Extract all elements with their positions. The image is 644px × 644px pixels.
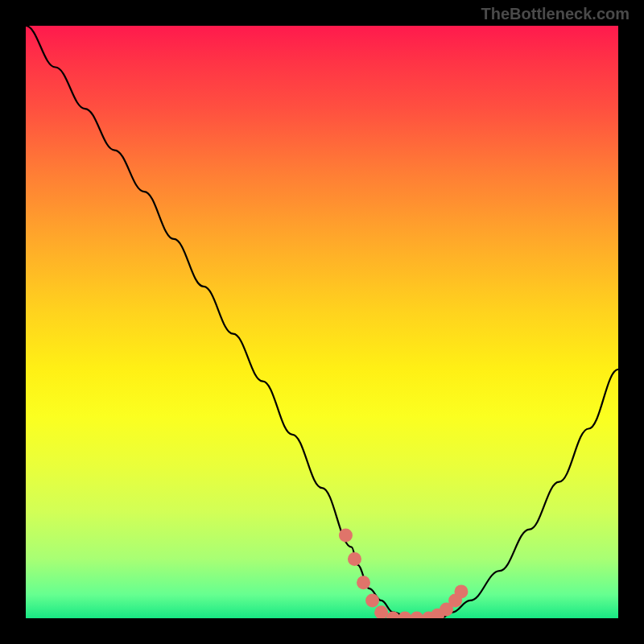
chart-svg — [26, 26, 618, 618]
highlight-dot — [398, 612, 412, 619]
plot-area — [26, 26, 618, 618]
highlight-dot — [374, 605, 388, 618]
curve-group — [26, 26, 618, 618]
highlight-dot — [339, 528, 353, 542]
highlight-dot — [357, 576, 370, 589]
highlight-dot — [454, 584, 468, 598]
bottleneck-curve-line — [26, 26, 618, 618]
highlight-dot — [365, 593, 379, 607]
highlight-dot — [410, 612, 423, 619]
watermark-text: TheBottleneck.com — [481, 5, 630, 23]
highlight-dot — [348, 552, 361, 566]
optimal-zone-markers — [339, 528, 469, 618]
